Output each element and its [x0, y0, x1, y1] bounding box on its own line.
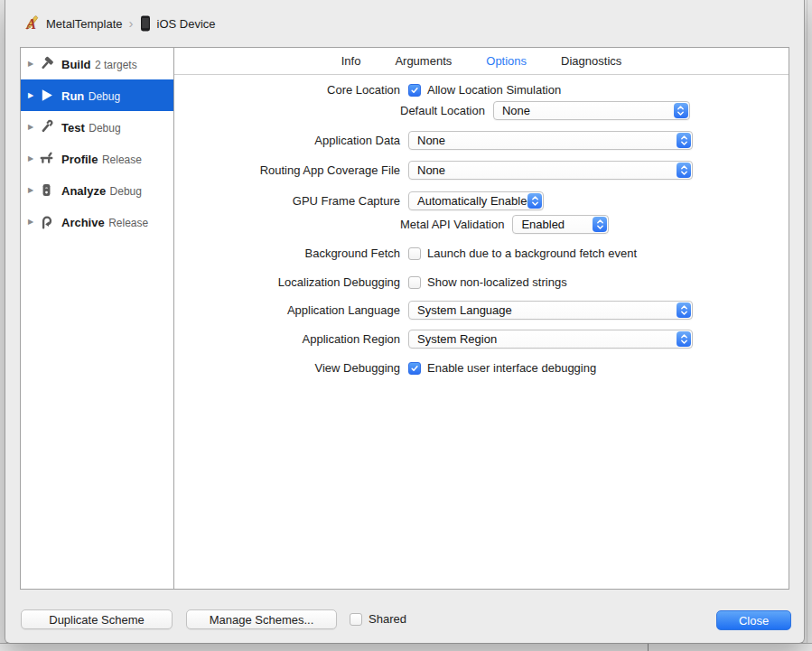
enable-ui-debugging-label: Enable user interface debugging	[427, 361, 596, 375]
destination-name[interactable]: iOS Device	[157, 17, 216, 31]
shared-checkbox-label: Shared	[369, 612, 406, 626]
disclosure-triangle-icon[interactable]: ▶	[28, 123, 39, 131]
caliper-icon	[39, 151, 59, 166]
sidebar-item-label: Analyze	[61, 184, 106, 198]
breadcrumb: A MetalTemplate › iOS Device	[5, 0, 804, 47]
enable-ui-debugging-checkbox[interactable]	[408, 362, 421, 375]
close-button[interactable]: Close	[716, 610, 791, 630]
application-language-select[interactable]: System Language	[408, 301, 693, 320]
application-language-label: Application Language	[174, 303, 400, 317]
sidebar-item-label: Profile	[61, 153, 98, 166]
sidebar-item-sublabel: Debug	[110, 185, 142, 198]
stepper-arrows-icon	[677, 302, 691, 318]
sidebar-item-label: Archive	[61, 216, 105, 229]
sidebar-item-build[interactable]: ▶ Build 2 targets	[21, 48, 173, 79]
wrench-icon	[39, 119, 59, 135]
localization-debugging-label: Localization Debugging	[174, 275, 400, 289]
ios-device-icon	[140, 15, 151, 32]
breadcrumb-chevron-icon: ›	[129, 15, 134, 31]
sidebar-item-profile[interactable]: ▶ Profile Release	[21, 143, 173, 174]
core-location-label: Core Location	[174, 83, 400, 97]
sidebar-item-label: Build	[61, 58, 91, 71]
stepper-arrows-icon	[677, 163, 691, 178]
scheme-actions-sidebar: ▶ Build 2 targets ▶ Run Debug	[21, 48, 174, 589]
stepper-arrows-icon	[674, 103, 688, 118]
application-region-select[interactable]: System Region	[408, 330, 693, 349]
play-icon	[39, 88, 59, 103]
sidebar-item-run[interactable]: ▶ Run Debug	[21, 79, 173, 111]
disclosure-triangle-icon[interactable]: ▶	[28, 91, 39, 99]
sidebar-item-label: Run	[61, 89, 84, 103]
tab-arguments[interactable]: Arguments	[395, 54, 452, 68]
gpu-frame-capture-select[interactable]: Automatically Enabled	[408, 191, 544, 210]
show-non-localized-strings-checkbox[interactable]	[408, 276, 421, 289]
disclosure-triangle-icon[interactable]: ▶	[28, 60, 39, 68]
background-fetch-label: Background Fetch	[174, 246, 400, 260]
options-form: Core Location Allow Location Simulation …	[174, 75, 789, 589]
default-location-label: Default Location	[400, 104, 485, 117]
metal-api-validation-label: Metal API Validation	[400, 218, 504, 231]
stepper-arrows-icon	[677, 133, 691, 148]
sidebar-item-sublabel: Debug	[89, 122, 120, 135]
allow-location-simulation-label: Allow Location Simulation	[427, 83, 561, 97]
gpu-frame-capture-label: GPU Frame Capture	[174, 194, 400, 208]
disclosure-triangle-icon[interactable]: ▶	[28, 186, 39, 194]
tab-info[interactable]: Info	[341, 54, 361, 68]
sidebar-item-label: Test	[61, 121, 85, 135]
disclosure-triangle-icon[interactable]: ▶	[28, 218, 39, 226]
tab-diagnostics[interactable]: Diagnostics	[561, 54, 621, 68]
tab-bar: Info Arguments Options Diagnostics	[174, 48, 789, 75]
application-data-label: Application Data	[174, 134, 400, 147]
xcode-app-icon: A	[23, 14, 42, 33]
sidebar-item-sublabel: Release	[102, 153, 142, 166]
sidebar-item-sublabel: 2 targets	[95, 59, 137, 71]
background-window-edge	[807, 0, 807, 651]
background-fetch-checkbox[interactable]	[408, 247, 421, 260]
scheme-editor-panel: ▶ Build 2 targets ▶ Run Debug	[20, 47, 789, 590]
sidebar-item-sublabel: Debug	[89, 90, 120, 103]
stepper-arrows-icon	[593, 217, 607, 232]
sidebar-item-test[interactable]: ▶ Test Debug	[21, 111, 173, 143]
application-data-select[interactable]: None	[408, 131, 693, 150]
scheme-name[interactable]: MetalTemplate	[46, 17, 123, 31]
application-region-label: Application Region	[174, 332, 400, 346]
sidebar-item-archive[interactable]: ▶ Archive Release	[21, 206, 173, 237]
manage-schemes-button[interactable]: Manage Schemes...	[186, 609, 337, 629]
show-non-localized-strings-label: Show non-localized strings	[427, 275, 567, 289]
tab-options[interactable]: Options	[486, 54, 527, 68]
routing-app-coverage-file-label: Routing App Coverage File	[174, 163, 400, 177]
analyze-icon	[39, 182, 59, 198]
metal-api-validation-select[interactable]: Enabled	[512, 215, 609, 234]
duplicate-scheme-button[interactable]: Duplicate Scheme	[21, 609, 173, 629]
sidebar-item-analyze[interactable]: ▶ Analyze Debug	[21, 174, 173, 206]
archive-icon	[39, 214, 59, 229]
default-location-select[interactable]: None	[493, 101, 690, 120]
hammer-icon	[39, 56, 59, 71]
disclosure-triangle-icon[interactable]: ▶	[28, 154, 39, 163]
stepper-arrows-icon	[677, 331, 691, 347]
background-window-strip	[0, 643, 812, 651]
scheme-editor-dialog: A MetalTemplate › iOS Device ▶ Build 2	[5, 0, 805, 644]
svg-text:A: A	[25, 16, 36, 33]
sidebar-item-sublabel: Release	[108, 217, 148, 229]
allow-location-simulation-checkbox[interactable]	[408, 84, 421, 97]
shared-checkbox[interactable]	[350, 613, 362, 626]
background-window-divider	[648, 643, 649, 651]
routing-app-coverage-file-select[interactable]: None	[408, 161, 693, 180]
stepper-arrows-icon	[527, 193, 542, 209]
view-debugging-label: View Debugging	[174, 361, 400, 375]
dialog-footer: Duplicate Scheme Manage Schemes... Share…	[5, 590, 804, 643]
options-pane: Info Arguments Options Diagnostics Core …	[174, 48, 789, 589]
background-fetch-checkbox-label: Launch due to a background fetch event	[427, 246, 637, 260]
